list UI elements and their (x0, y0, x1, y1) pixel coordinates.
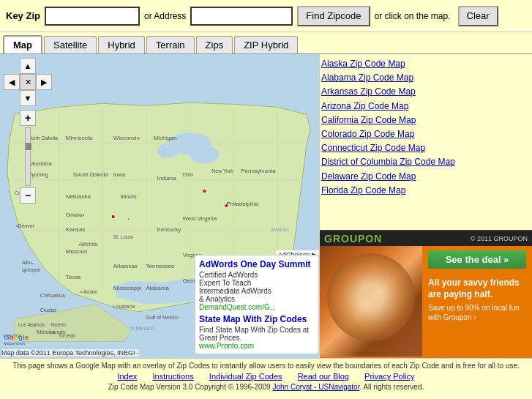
groupon-copyright: © 2011 GROUPON (471, 235, 528, 242)
zoom-out-button[interactable]: − (20, 187, 36, 204)
nav-right-button[interactable]: ▶ (36, 74, 52, 90)
svg-text:•Wichita: •Wichita (79, 242, 97, 247)
list-item[interactable]: District of Columbia Zip Code Map (321, 155, 531, 169)
list-item[interactable]: Delaware Zip Code Map (321, 170, 531, 184)
footer-copyright: Zip Code Map Version 3.0 Copyright © 199… (1, 383, 531, 391)
list-item[interactable]: Arizona Zip Code Map (321, 100, 531, 113)
zoom-track[interactable] (25, 127, 31, 186)
svg-point-3 (190, 146, 219, 163)
svg-point-2 (157, 143, 179, 158)
groupon-sub[interactable]: Save up to 90% on local fun with Groupon… (428, 303, 526, 322)
navigation-cross: ▲ ◀ ✕ ▶ ▼ (4, 58, 52, 106)
footer-link-index[interactable]: Index (117, 372, 137, 381)
svg-text:•Denver: •Denver (16, 223, 35, 228)
svg-text:Texas: Texas (66, 274, 81, 280)
list-item[interactable]: Alaska Zip Code Map (321, 57, 531, 71)
list-item[interactable]: Connecticut Zip Code Map (321, 141, 531, 155)
svg-text:Torreón: Torreón (59, 333, 76, 338)
svg-text:Kentucky: Kentucky (157, 226, 181, 233)
svg-text:Minnesota: Minnesota (66, 135, 93, 141)
svg-text:• Austin: • Austin (80, 289, 97, 294)
svg-text:Google: Google (4, 333, 29, 341)
map-container[interactable]: Montana North Dakota Wyoming Minnesota W… (0, 54, 320, 358)
svg-text:Tennessee: Tennessee (146, 263, 175, 269)
key-zip-input[interactable] (45, 7, 140, 26)
footer-link-blog[interactable]: Read our Blog (298, 372, 349, 381)
map-tabs: Map Satellite Hybrid Terrain Zips ZIP Hy… (0, 32, 532, 54)
tab-hybrid[interactable]: Hybrid (98, 36, 145, 53)
nav-down-button[interactable]: ▼ (20, 90, 36, 106)
footer-link-individual[interactable]: Individual Zip Codes (209, 372, 282, 381)
right-panel: Alaska Zip Code Map Alabama Zip Code Map… (320, 54, 532, 358)
header-bar: Key Zip or Address Find Zipcode or click… (0, 0, 532, 32)
zip-list[interactable]: Alaska Zip Code Map Alabama Zip Code Map… (320, 54, 532, 230)
ad-title1[interactable]: AdWords One Day Summit (199, 259, 315, 269)
footer: This page shows a Google Map with an ove… (0, 358, 532, 399)
or-address-label: or Address (144, 11, 186, 21)
list-item[interactable]: Arkansas Zip Code Map (321, 85, 531, 99)
ad-title2[interactable]: State Map With Zip Codes (199, 314, 315, 324)
ad-line2: Expert To Teach (199, 279, 315, 287)
footer-author-link[interactable]: John Coryat - USNavigator (272, 383, 359, 391)
groupon-tagline: All your savvy friends are paying half. (428, 277, 526, 300)
svg-text:Omaha•: Omaha• (66, 212, 85, 217)
nav-left-button[interactable]: ◀ (4, 74, 20, 90)
svg-text:Wisconsin: Wisconsin (113, 135, 140, 141)
map-ad-popup: AdWords One Day Summit Certified AdWords… (195, 255, 319, 354)
nav-center-button[interactable]: ✕ (20, 74, 36, 90)
svg-text:Alabama: Alabama (146, 285, 170, 291)
clear-button[interactable]: Clear (458, 6, 498, 26)
svg-text:Ohio: Ohio (182, 172, 193, 177)
ad-desc: Find State Map With Zip Codes at Great P… (199, 326, 315, 342)
list-item[interactable]: California Zip Code Map (321, 113, 531, 127)
svg-text:Atlantic: Atlantic (270, 226, 289, 233)
groupon-right-panel: See the deal » All your savvy friends ar… (422, 246, 532, 357)
ad-link1[interactable]: DemandQuest.com/G... (199, 303, 315, 311)
tab-terrain[interactable]: Terrain (146, 36, 195, 53)
main-content: Montana North Dakota Wyoming Minnesota W… (0, 54, 532, 358)
tab-zips[interactable]: Zips (196, 36, 233, 53)
zoom-in-button[interactable]: + (20, 110, 36, 126)
svg-text:Chihuahua: Chihuahua (40, 293, 65, 298)
groupon-header: GROUPON © 2011 GROUPON (320, 231, 532, 246)
svg-text:Ciudad: Ciudad (40, 307, 56, 313)
food-decoration (327, 253, 415, 341)
ad-url[interactable]: www.Pronto.com (199, 342, 315, 350)
ad-line4: & Analytics (199, 295, 315, 303)
svg-text:Nuevo: Nuevo (51, 322, 66, 327)
groupon-logo[interactable]: GROUPON (324, 233, 382, 245)
list-item[interactable]: Colorado Zip Code Map (321, 127, 531, 141)
ad-line3: Intermediate AdWords (199, 287, 315, 295)
zoom-bar: + − (20, 110, 36, 204)
svg-text:Gulf of Mexico: Gulf of Mexico (146, 315, 179, 320)
svg-text:Albu-: Albu- (22, 260, 34, 265)
ad-line1: Certified AdWords (199, 271, 315, 279)
tab-satellite[interactable]: Satellite (44, 36, 97, 53)
svg-text:South Dakota: South Dakota (73, 171, 109, 178)
svg-text:St. Louis: St. Louis (113, 234, 134, 239)
svg-text:Mississippi: Mississippi (113, 285, 142, 291)
key-zip-label: Key Zip (6, 10, 40, 21)
groupon-ad: GROUPON © 2011 GROUPON See the deal » Al… (320, 230, 532, 358)
svg-text:•: • (128, 217, 130, 221)
see-deal-button[interactable]: See the deal » (428, 250, 526, 269)
find-zipcode-button[interactable]: Find Zipcode (297, 6, 370, 26)
tab-map[interactable]: Map (3, 35, 42, 53)
footer-link-instructions[interactable]: Instructions (152, 372, 193, 381)
svg-text:Michigan: Michigan (154, 135, 177, 141)
svg-text:Pennsylvania: Pennsylvania (241, 168, 276, 174)
footer-link-privacy[interactable]: Privacy Policy (364, 372, 414, 381)
tab-zip-hybrid[interactable]: ZIP Hybrid (234, 36, 298, 53)
svg-text:Matamoros: Matamoros (4, 341, 26, 346)
svg-point-48 (225, 204, 228, 207)
svg-text:querque: querque (22, 267, 41, 273)
svg-point-47 (112, 215, 115, 218)
svg-text:West Virginia: West Virginia (182, 215, 217, 222)
list-item[interactable]: Florida Zip Code Map (321, 184, 531, 198)
svg-text:Louisiana: Louisiana (113, 304, 135, 309)
list-item[interactable]: Alabama Zip Code Map (321, 71, 531, 85)
address-input[interactable] (190, 7, 293, 26)
footer-description: This page shows a Google Map with an ove… (1, 362, 531, 370)
svg-point-49 (203, 190, 206, 193)
nav-up-button[interactable]: ▲ (20, 58, 36, 74)
